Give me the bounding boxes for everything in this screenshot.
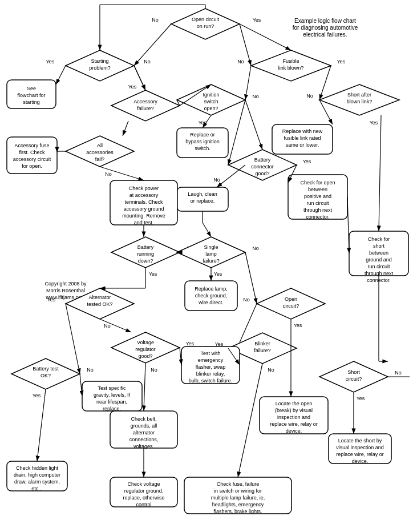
svg-text:Accessory fuse: Accessory fuse [14, 143, 49, 148]
svg-text:Short: Short [347, 369, 360, 375]
svg-text:drain, high computer: drain, high computer [14, 472, 60, 478]
svg-text:Check voltage: Check voltage [127, 481, 160, 487]
flowchart-svg: Example logic flow chart for diagnosing … [0, 0, 417, 532]
svg-text:Battery: Battery [137, 244, 154, 250]
svg-text:No: No [87, 367, 94, 373]
svg-text:on run?: on run? [197, 23, 214, 29]
svg-text:positive and: positive and [304, 194, 331, 199]
svg-text:Open circuit: Open circuit [192, 17, 220, 22]
svg-text:Replace lamp,: Replace lamp, [195, 286, 228, 292]
svg-text:Yes: Yes [46, 59, 55, 65]
svg-text:switch.: switch. [195, 146, 210, 151]
svg-text:No: No [252, 245, 259, 251]
svg-line-164 [217, 165, 245, 187]
svg-text:Voltage: Voltage [137, 340, 154, 345]
svg-text:No: No [144, 59, 151, 65]
svg-text:Ignition: Ignition [203, 92, 219, 98]
svg-text:control: control [136, 502, 151, 507]
svg-text:between: between [308, 187, 327, 192]
svg-text:lamp: lamp [205, 251, 217, 257]
svg-text:connector: connector [251, 164, 274, 170]
svg-line-179 [144, 363, 145, 411]
svg-text:terminals. Check: terminals. Check [124, 199, 163, 205]
svg-text:Yes: Yes [47, 297, 56, 303]
svg-text:failure?: failure? [203, 258, 220, 264]
svg-text:check ground,: check ground, [195, 293, 228, 299]
svg-text:Yes: Yes [253, 17, 261, 23]
svg-text:OK?: OK? [41, 373, 51, 378]
svg-text:ground and: ground and [366, 257, 392, 263]
svg-text:circuit?: circuit? [283, 303, 299, 309]
svg-text:Check hidden light: Check hidden light [16, 465, 59, 471]
svg-text:emergency: emergency [198, 357, 224, 363]
svg-text:circuit?: circuit? [346, 376, 362, 382]
svg-text:No: No [152, 17, 159, 23]
svg-line-153 [319, 66, 331, 100]
svg-line-194 [203, 223, 211, 237]
svg-text:No: No [237, 59, 244, 65]
svg-text:accessory ground: accessory ground [123, 206, 164, 212]
svg-text:wire direct.: wire direct. [198, 300, 224, 305]
svg-text:same or lower.: same or lower. [286, 142, 319, 148]
svg-text:replace, otherwise: replace, otherwise [123, 495, 164, 501]
svg-text:accessories: accessories [86, 150, 114, 155]
svg-text:running: running [137, 251, 154, 257]
svg-text:device.: device. [286, 428, 302, 434]
svg-text:blown link?: blown link? [347, 99, 373, 104]
svg-text:All: All [97, 143, 103, 148]
svg-text:multiple lamp failure, ie,: multiple lamp failure, ie, [211, 495, 265, 501]
svg-text:flasher, swap: flasher, swap [196, 364, 226, 370]
svg-text:Replace with new: Replace with new [282, 128, 323, 134]
svg-line-154 [123, 121, 128, 136]
svg-text:short: short [373, 243, 385, 249]
svg-text:Locate the short by: Locate the short by [338, 438, 382, 444]
svg-text:fusible link rated: fusible link rated [284, 135, 321, 141]
flowchart-container: Example logic flow chart for diagnosing … [0, 0, 417, 532]
svg-text:Check fuse, failure: Check fuse, failure [217, 481, 260, 487]
svg-text:open?: open? [204, 106, 218, 111]
svg-line-150 [56, 66, 66, 84]
svg-text:Yes: Yes [303, 159, 311, 164]
svg-text:grounds, all: grounds, all [131, 423, 157, 429]
svg-text:blinker relay,: blinker relay, [196, 371, 225, 377]
svg-text:Blinker: Blinker [254, 341, 270, 346]
svg-line-156 [228, 100, 245, 165]
svg-text:No: No [252, 94, 259, 99]
svg-text:replace wire, relay or: replace wire, relay or [336, 452, 384, 457]
svg-text:alternator: alternator [133, 430, 155, 436]
svg-text:flashers, brake lights.: flashers, brake lights. [213, 509, 262, 514]
svg-text:problem?: problem? [89, 65, 111, 71]
svg-text:No: No [268, 367, 274, 373]
svg-text:Short after: Short after [347, 92, 371, 98]
svg-text:or replace.: or replace. [191, 198, 215, 204]
svg-text:and test.: and test. [134, 220, 154, 225]
svg-text:Battery test: Battery test [33, 366, 59, 372]
svg-text:No: No [243, 297, 250, 303]
svg-text:Alternator: Alternator [88, 295, 111, 300]
svg-text:replace wire, relay or: replace wire, relay or [270, 421, 318, 427]
svg-text:between: between [369, 250, 388, 256]
svg-text:regulator ground,: regulator ground, [124, 488, 164, 494]
svg-text:fail?: fail? [95, 156, 105, 162]
svg-text:No: No [213, 177, 220, 183]
svg-line-171 [347, 197, 349, 253]
svg-text:Yes: Yes [214, 271, 222, 277]
svg-text:bulb, switch failure.: bulb, switch failure. [189, 378, 233, 384]
svg-text:good?: good? [255, 171, 269, 176]
svg-text:No: No [306, 93, 313, 99]
svg-text:Single: Single [204, 244, 218, 250]
svg-text:Yes: Yes [357, 396, 365, 401]
svg-text:run circuit: run circuit [306, 200, 329, 206]
svg-text:Yes: Yes [294, 323, 302, 328]
description-text: Example logic flow chart [294, 18, 356, 24]
svg-line-181 [238, 364, 262, 477]
svg-text:No: No [104, 323, 111, 329]
svg-text:Accessory: Accessory [133, 99, 157, 104]
svg-line-183 [37, 389, 46, 461]
svg-text:failure?: failure? [254, 348, 271, 353]
svg-text:device.: device. [352, 458, 369, 464]
svg-text:connections,: connections, [129, 437, 159, 442]
svg-line-190 [240, 24, 291, 50]
svg-line-148 [134, 24, 171, 66]
svg-text:electrical failures.: electrical failures. [303, 31, 347, 38]
